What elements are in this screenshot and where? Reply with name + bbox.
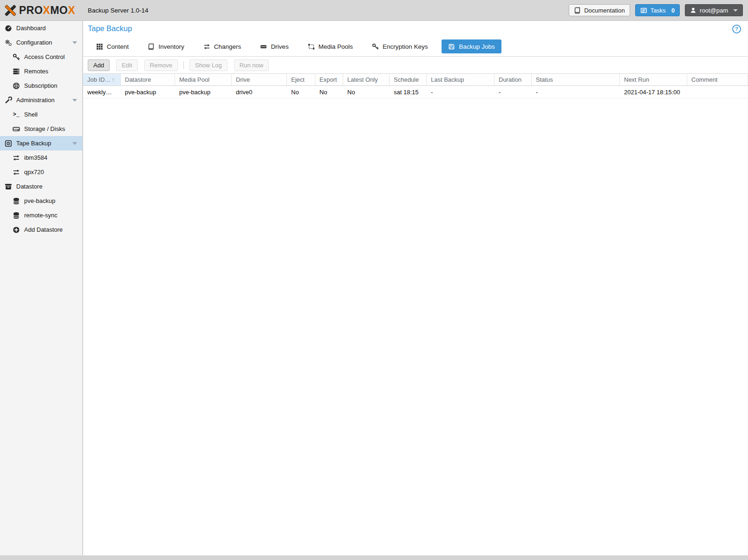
sidebar-item-label: Subscription <box>24 82 58 89</box>
server-icon <box>13 68 20 75</box>
task-list-icon <box>640 7 647 14</box>
help-icon[interactable]: ? <box>732 25 741 33</box>
sidebar-item-tape-backup[interactable]: Tape Backup <box>0 136 82 150</box>
sidebar-item-access-control[interactable]: Access Control <box>0 50 82 64</box>
cell-eject: No <box>287 89 315 96</box>
sidebar-item-qpx720[interactable]: qpx720 <box>0 165 82 179</box>
sidebar-item-label: Remotes <box>24 68 48 75</box>
tab-media-pools[interactable]: Media Pools <box>303 39 358 53</box>
remove-button[interactable]: Remove <box>144 59 178 71</box>
tab-backup-jobs[interactable]: Backup Jobs <box>442 39 501 53</box>
sidebar-item-remotes[interactable]: Remotes <box>0 64 82 78</box>
sidebar-item-configuration[interactable]: Configuration <box>0 35 82 50</box>
chevron-down-icon <box>733 9 738 12</box>
column-header-job-id[interactable]: Job ID… ↑ <box>83 74 121 85</box>
sidebar-item-remote-sync[interactable]: remote-sync <box>0 208 82 222</box>
column-header-drive[interactable]: Drive <box>232 74 287 85</box>
proxmox-logo: PROXMOX <box>0 4 83 17</box>
show-log-button[interactable]: Show Log <box>189 59 228 71</box>
cell-media-pool: pve-backup <box>175 89 232 96</box>
column-header-eject[interactable]: Eject <box>287 74 315 85</box>
cell-latest-only: No <box>343 89 390 96</box>
user-menu-button[interactable]: root@pam <box>685 4 743 16</box>
sidebar-item-dashboard[interactable]: Dashboard <box>0 21 82 35</box>
sidebar-item-label: Dashboard <box>16 25 46 32</box>
book-icon <box>148 43 155 50</box>
cell-duration: - <box>494 89 532 96</box>
tab-label: Changers <box>214 43 241 50</box>
sidebar-item-label: Datastore <box>16 183 42 190</box>
column-header-latest-only[interactable]: Latest Only <box>343 74 390 85</box>
object-group-icon <box>308 43 315 50</box>
drive-icon <box>260 43 267 50</box>
table-row-weekly-backup[interactable]: weekly… pve-backup pve-backup drive0 No … <box>83 86 748 98</box>
sidebar-item-label: remote-sync <box>24 212 58 219</box>
dashboard-gauge-icon <box>5 25 12 32</box>
sidebar-item-label: Tape Backup <box>16 140 51 147</box>
caret-down-icon <box>72 99 77 102</box>
tab-label: Backup Jobs <box>459 43 494 50</box>
archive-box-icon <box>5 183 12 190</box>
sidebar: Dashboard Configuration Access Control R… <box>0 21 82 555</box>
cell-status: - <box>532 89 620 96</box>
sidebar-item-label: Access Control <box>24 53 65 60</box>
documentation-button-label: Documentation <box>584 7 624 14</box>
tasks-button[interactable]: Tasks 0 <box>635 4 680 16</box>
tab-label: Content <box>107 43 129 50</box>
sidebar-item-label: qpx720 <box>24 169 44 176</box>
run-now-button[interactable]: Run now <box>234 59 269 71</box>
tab-content[interactable]: Content <box>91 39 134 53</box>
cell-drive: drive0 <box>232 89 287 96</box>
exchange-arrows-icon <box>13 169 20 176</box>
grid-icon <box>96 43 103 50</box>
floppy-save-icon <box>448 43 455 50</box>
book-icon <box>574 7 581 14</box>
column-header-schedule[interactable]: Schedule <box>390 74 427 85</box>
tab-encryption-keys[interactable]: Encryption Keys <box>367 39 433 53</box>
edit-button[interactable]: Edit <box>116 59 137 71</box>
column-header-last-backup[interactable]: Last Backup <box>427 74 494 85</box>
cell-datastore: pve-backup <box>121 89 175 96</box>
plus-circle-icon <box>13 226 20 234</box>
proxmox-x-icon <box>4 4 17 17</box>
add-button[interactable]: Add <box>88 59 110 71</box>
sidebar-item-shell[interactable]: >_ Shell <box>0 107 82 122</box>
sidebar-item-administration[interactable]: Administration <box>0 93 82 107</box>
exchange-arrows-icon <box>13 154 20 162</box>
sidebar-item-storage-disks[interactable]: Storage / Disks <box>0 122 82 136</box>
column-header-next-run[interactable]: Next Run <box>620 74 687 85</box>
sidebar-item-subscription[interactable]: Subscription <box>0 78 82 93</box>
column-header-datastore[interactable]: Datastore <box>121 74 175 85</box>
tab-label: Inventory <box>158 43 184 50</box>
caret-down-icon <box>72 142 77 145</box>
exchange-arrows-icon <box>203 43 210 50</box>
sort-ascending-icon: ↑ <box>112 77 115 83</box>
user-icon <box>690 7 696 13</box>
sidebar-item-pve-backup[interactable]: pve-backup <box>0 194 82 208</box>
key-icon <box>372 43 379 50</box>
sidebar-item-datastore[interactable]: Datastore <box>0 179 82 194</box>
sidebar-item-label: Shell <box>24 111 38 118</box>
tape-drive-icon <box>5 140 12 147</box>
sidebar-item-label: Storage / Disks <box>24 125 65 132</box>
tab-drives[interactable]: Drives <box>255 39 293 53</box>
tab-bar: Content Inventory Changers Drives Media … <box>91 39 501 53</box>
column-header-comment[interactable]: Comment <box>687 74 748 85</box>
sidebar-item-ibm3584[interactable]: ibm3584 <box>0 150 82 165</box>
proxmox-wordmark: PROXMOX <box>19 5 75 16</box>
documentation-button[interactable]: Documentation <box>569 4 630 16</box>
main-panel: Tape Backup ? Content Inventory Changers… <box>83 21 748 555</box>
cell-last-backup: - <box>427 89 494 96</box>
column-header-media-pool[interactable]: Media Pool <box>175 74 232 85</box>
sidebar-item-add-datastore[interactable]: Add Datastore <box>0 222 82 237</box>
tab-label: Drives <box>271 43 288 50</box>
tab-changers[interactable]: Changers <box>198 39 247 53</box>
tab-label: Media Pools <box>319 43 353 50</box>
top-bar: PROXMOX Backup Server 1.0-14 Documentati… <box>0 0 748 21</box>
column-header-duration[interactable]: Duration <box>494 74 532 85</box>
column-header-status[interactable]: Status <box>532 74 620 85</box>
tab-inventory[interactable]: Inventory <box>143 39 189 53</box>
sidebar-item-label: ibm3584 <box>24 154 47 161</box>
cell-job-id: weekly… <box>83 89 121 96</box>
column-header-export[interactable]: Export <box>315 74 343 85</box>
